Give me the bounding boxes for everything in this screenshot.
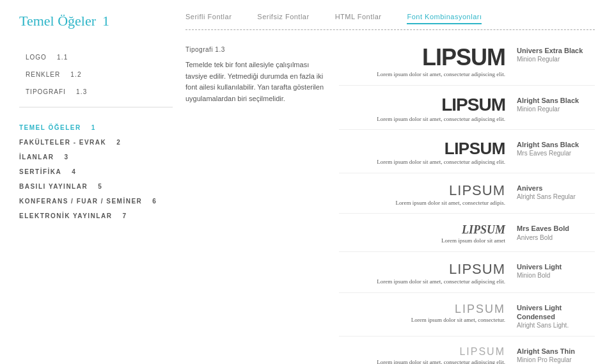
font-label-4: Anivers Alright Sans Regular bbox=[512, 184, 595, 201]
font-primary-3: Alright Sans Black bbox=[517, 140, 595, 149]
nav-label-temel: TEMEL ÖĞELER bbox=[19, 124, 81, 131]
font-secondary-5: Anivers Bold bbox=[517, 233, 595, 242]
sub-item-logo-num: 1.1 bbox=[57, 54, 68, 61]
sidebar-divider bbox=[19, 107, 173, 107]
nav-item-elektronik[interactable]: ELEKTRONİK YAYINLAR 7 bbox=[19, 209, 173, 223]
lipsum-body-3: Lorem ipsum dolor sit amet, consectetur … bbox=[377, 158, 505, 166]
lipsum-heading-3: LIPSUM bbox=[445, 140, 505, 157]
font-primary-2: Alright Sans Black bbox=[517, 96, 595, 105]
sub-item-logo-label: Logo bbox=[26, 54, 47, 61]
nav-item-temel[interactable]: TEMEL ÖĞELER 1 bbox=[19, 120, 173, 135]
font-primary-5: Mrs Eaves Bold bbox=[517, 224, 595, 233]
nav-item-fakulteler[interactable]: FAKÜLTELER - EVRAK 2 bbox=[19, 135, 173, 150]
nav-label-elektronik: ELEKTRONİK YAYINLAR bbox=[19, 212, 112, 219]
lipsum-heading-4: LIPSUM bbox=[449, 184, 505, 198]
font-primary-7: Univers Light Condensed bbox=[517, 303, 595, 322]
font-combinations: LIPSUM Lorem ipsum dolor sit amet, conse… bbox=[339, 46, 595, 364]
sidebar-title: Temel Öğeler bbox=[19, 13, 96, 29]
sub-item-tipografi-label: Tipografi bbox=[26, 88, 66, 95]
font-combo-row-7: LIPSUM Lorem ipsum dolor sit amet, conse… bbox=[339, 303, 595, 337]
page: Temel Öğeler 1 Logo 1.1 Renkler 1.2 Tipo… bbox=[0, 0, 614, 364]
content-area: Tipografi 1.3 Temelde tek bir font ailes… bbox=[185, 46, 595, 364]
section-label: Tipografi 1.3 bbox=[185, 46, 326, 53]
font-secondary-6: Minion Bold bbox=[517, 271, 595, 280]
font-combo-row-6: LIPSUM Lorem ipsum dolor sit amet, conse… bbox=[339, 262, 595, 293]
nav-item-konferans[interactable]: KONFERANS / FUAR / SEMİNER 6 bbox=[19, 194, 173, 209]
lipsum-block-7: LIPSUM Lorem ipsum dolor sit amet, conse… bbox=[339, 303, 512, 324]
lipsum-heading-7: LIPSUM bbox=[455, 303, 505, 315]
nav-label-konferans: KONFERANS / FUAR / SEMİNER bbox=[19, 198, 142, 205]
lipsum-heading-1: LIPSUM bbox=[422, 46, 505, 69]
tab-serifli[interactable]: Serifli Fontlar bbox=[185, 13, 232, 24]
lipsum-text-6: LIPSUM bbox=[449, 261, 505, 277]
sub-item-tipografi[interactable]: Tipografi 1.3 bbox=[26, 83, 173, 100]
nav-label-sertifika: SERTİFİKA bbox=[19, 168, 61, 175]
sub-item-renkler[interactable]: Renkler 1.2 bbox=[26, 66, 173, 83]
font-label-8: Alright Sans Thin Minion Pro Regular bbox=[512, 347, 595, 364]
nav-num-ilanlar: 3 bbox=[64, 154, 68, 161]
font-secondary-1: Minion Regular bbox=[517, 55, 595, 63]
sub-item-renkler-label: Renkler bbox=[26, 71, 60, 78]
font-combo-row-4: LIPSUM Lorem ipsum dolor sit amet, conse… bbox=[339, 184, 595, 214]
font-combo-row-2: LIPSUM Lorem ipsum dolor sit amet, conse… bbox=[339, 96, 595, 131]
nav-num-basili: 5 bbox=[98, 183, 102, 190]
nav-num-fakulteler: 2 bbox=[116, 139, 121, 146]
sidebar: Temel Öğeler 1 Logo 1.1 Renkler 1.2 Tipo… bbox=[0, 0, 173, 364]
lipsum-body-6: Lorem ipsum dolor sit amet, consectetur … bbox=[377, 278, 505, 286]
main-content: Serifli Fontlar Serifsiz Fontlar HTML Fo… bbox=[173, 0, 614, 364]
lipsum-heading-2: LIPSUM bbox=[441, 96, 505, 114]
lipsum-block-3: LIPSUM Lorem ipsum dolor sit amet, conse… bbox=[339, 140, 512, 166]
nav-num-sertifika: 4 bbox=[72, 168, 76, 175]
font-label-5: Mrs Eaves Bold Anivers Bold bbox=[512, 224, 595, 241]
nav-num-temel: 1 bbox=[91, 124, 96, 131]
lipsum-text-2: LIPSUM bbox=[441, 95, 505, 115]
content-description: Temelde tek bir font ailesiyle çalışılma… bbox=[185, 59, 326, 104]
nav-item-basili[interactable]: BASILI YAYINLAR 5 bbox=[19, 179, 173, 194]
lipsum-text-5: LIPSUM bbox=[462, 223, 505, 236]
sub-item-logo[interactable]: Logo 1.1 bbox=[26, 49, 173, 66]
lipsum-text-4: LIPSUM bbox=[449, 182, 505, 198]
lipsum-block-6: LIPSUM Lorem ipsum dolor sit amet, conse… bbox=[339, 262, 512, 286]
font-label-3: Alright Sans Black Mrs Eaves Regular bbox=[512, 140, 595, 157]
sub-item-tipografi-num: 1.3 bbox=[76, 88, 88, 95]
font-label-6: Univers Light Minion Bold bbox=[512, 262, 595, 280]
lipsum-body-1: Lorem ipsum dolor sit amet, consectetur … bbox=[377, 70, 505, 79]
lipsum-block-4: LIPSUM Lorem ipsum dolor sit amet, conse… bbox=[339, 184, 512, 207]
lipsum-body-2: Lorem ipsum dolor sit amet, consectetur … bbox=[377, 115, 505, 123]
sidebar-header: Temel Öğeler 1 bbox=[19, 13, 173, 29]
font-combo-row-8: LIPSUM Lorem ipsum dolor sit amet, conse… bbox=[339, 347, 595, 364]
font-secondary-2: Minion Regular bbox=[517, 105, 595, 113]
lipsum-block-2: LIPSUM Lorem ipsum dolor sit amet, conse… bbox=[339, 96, 512, 123]
font-combo-row-3: LIPSUM Lorem ipsum dolor sit amet, conse… bbox=[339, 140, 595, 173]
nav-label-ilanlar: İLANLAR bbox=[19, 154, 54, 161]
tab-html[interactable]: HTML Fontlar bbox=[335, 13, 382, 24]
font-primary-8: Alright Sans Thin bbox=[517, 347, 595, 356]
nav-item-sertifika[interactable]: SERTİFİKA 4 bbox=[19, 164, 173, 179]
font-secondary-8: Minion Pro Regular bbox=[517, 356, 595, 364]
lipsum-block-5: LIPSUM Lorem ipsum dolor sit amet bbox=[339, 224, 512, 245]
sub-item-renkler-num: 1.2 bbox=[70, 71, 82, 78]
text-block: Tipografi 1.3 Temelde tek bir font ailes… bbox=[185, 46, 326, 364]
nav-label-fakulteler: FAKÜLTELER - EVRAK bbox=[19, 139, 106, 146]
tab-font-kombinasyonlari[interactable]: Font Kombinasyonları bbox=[407, 13, 482, 24]
lipsum-body-5: Lorem ipsum dolor sit amet bbox=[441, 237, 505, 245]
tab-serifsiz[interactable]: Serifsiz Fontlar bbox=[257, 13, 309, 24]
lipsum-text-3: LIPSUM bbox=[445, 139, 505, 158]
lipsum-text-8: LIPSUM bbox=[459, 346, 505, 357]
lipsum-body-4: Lorem ipsum dolor sit amet, consectetur … bbox=[396, 199, 505, 207]
font-primary-1: Univers Extra Black bbox=[517, 46, 595, 55]
lipsum-text-7: LIPSUM bbox=[455, 303, 505, 315]
lipsum-text-1: LIPSUM bbox=[422, 44, 505, 70]
font-secondary-4: Alright Sans Regular bbox=[517, 193, 595, 201]
font-primary-6: Univers Light bbox=[517, 262, 595, 271]
nav-item-ilanlar[interactable]: İLANLAR 3 bbox=[19, 150, 173, 164]
font-label-1: Univers Extra Black Minion Regular bbox=[512, 46, 595, 63]
font-combo-row-5: LIPSUM Lorem ipsum dolor sit amet Mrs Ea… bbox=[339, 224, 595, 252]
nav-num-konferans: 6 bbox=[152, 198, 157, 205]
font-combo-row-1: LIPSUM Lorem ipsum dolor sit amet, conse… bbox=[339, 46, 595, 86]
font-secondary-3: Mrs Eaves Regular bbox=[517, 149, 595, 157]
lipsum-body-7: Lorem ipsum dolor sit amet, consectetur. bbox=[411, 316, 505, 324]
sidebar-number: 1 bbox=[102, 13, 109, 29]
lipsum-body-8: Lorem ipsum dolor sit amet, consectetur … bbox=[377, 358, 505, 364]
lipsum-block-8: LIPSUM Lorem ipsum dolor sit amet, conse… bbox=[339, 347, 512, 364]
